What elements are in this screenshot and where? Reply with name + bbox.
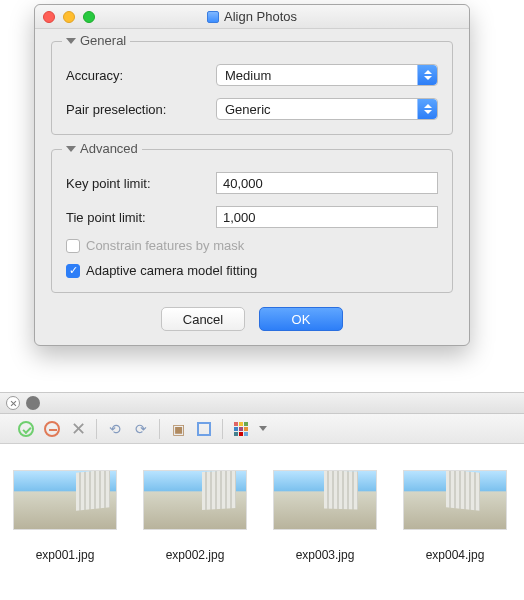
thumbnail-caption: exp002.jpg <box>166 548 225 562</box>
row-pair-preselection: Pair preselection: Generic <box>66 98 438 120</box>
toolbar-group-view: ▣ <box>160 414 222 443</box>
select-stepper-icon <box>417 99 437 119</box>
row-tiepoint: Tie point limit: 1,000 <box>66 206 438 228</box>
bounding-box-icon[interactable] <box>194 419 214 439</box>
tiepoint-label: Tie point limit: <box>66 210 216 225</box>
chevron-down-icon[interactable] <box>259 426 267 431</box>
thumbnail-item[interactable]: exp003.jpg <box>272 470 378 562</box>
check-icon: ✓ <box>69 265 78 276</box>
pair-select[interactable]: Generic <box>216 98 438 120</box>
thumbnail-item[interactable]: exp001.jpg <box>12 470 118 562</box>
rotate-left-icon[interactable]: ⟲ <box>105 419 125 439</box>
thumbnail-item[interactable]: exp004.jpg <box>402 470 508 562</box>
thumbnail-image <box>143 470 247 530</box>
zoom-icon[interactable] <box>83 11 95 23</box>
keypoint-input[interactable]: 40,000 <box>216 172 438 194</box>
panel-close-icon[interactable] <box>6 396 20 410</box>
panel-dot-icon[interactable] <box>26 396 40 410</box>
thumbnail-image <box>403 470 507 530</box>
thumbnail-caption: exp003.jpg <box>296 548 355 562</box>
dialog-titlebar: Align Photos <box>35 5 469 29</box>
pair-label: Pair preselection: <box>66 102 216 117</box>
camera-icon[interactable]: ▣ <box>168 419 188 439</box>
thumbnail-caption: exp004.jpg <box>426 548 485 562</box>
dialog-title: Align Photos <box>35 9 469 24</box>
accept-icon[interactable] <box>16 419 36 439</box>
row-adaptive-fitting: ✓ Adaptive camera model fitting <box>66 263 438 278</box>
dialog-title-text: Align Photos <box>224 9 297 24</box>
rotate-right-icon[interactable]: ⟳ <box>131 419 151 439</box>
close-icon[interactable] <box>43 11 55 23</box>
toolbar-group-rotate: ⟲ ⟳ <box>97 414 159 443</box>
row-keypoint: Key point limit: 40,000 <box>66 172 438 194</box>
dialog-buttons: Cancel OK <box>51 307 453 331</box>
keypoint-value: 40,000 <box>223 176 263 191</box>
dialog-body: General Accuracy: Medium Pair preselecti… <box>35 29 469 345</box>
accuracy-label: Accuracy: <box>66 68 216 83</box>
cancel-button[interactable]: Cancel <box>161 307 245 331</box>
thumbnail-image <box>273 470 377 530</box>
toolbar-group-layout <box>223 414 275 443</box>
group-general: General Accuracy: Medium Pair preselecti… <box>51 41 453 135</box>
thumbnail-item[interactable]: exp002.jpg <box>142 470 248 562</box>
keypoint-label: Key point limit: <box>66 176 216 191</box>
toolbar-group-actions: ✕ <box>8 414 96 443</box>
align-photos-dialog: Align Photos General Accuracy: Medium Pa… <box>34 4 470 346</box>
row-constrain-mask: Constrain features by mask <box>66 238 438 253</box>
thumbnail-caption: exp001.jpg <box>36 548 95 562</box>
bottom-panel: ✕ ⟲ ⟳ ▣ exp001.jpg exp002.jpg <box>0 392 524 562</box>
group-advanced-legend[interactable]: Advanced <box>62 141 142 156</box>
grid-view-icon[interactable] <box>231 419 251 439</box>
thumbnail-strip: exp001.jpg exp002.jpg exp003.jpg exp004.… <box>0 444 524 562</box>
select-stepper-icon <box>417 65 437 85</box>
adaptive-label: Adaptive camera model fitting <box>86 263 257 278</box>
adaptive-checkbox[interactable]: ✓ <box>66 264 80 278</box>
accuracy-value: Medium <box>225 68 271 83</box>
group-general-legend[interactable]: General <box>62 33 130 48</box>
remove-icon[interactable] <box>42 419 62 439</box>
ok-button-label: OK <box>292 312 311 327</box>
thumbnail-image <box>13 470 117 530</box>
group-general-label: General <box>80 33 126 48</box>
row-accuracy: Accuracy: Medium <box>66 64 438 86</box>
group-advanced: Advanced Key point limit: 40,000 Tie poi… <box>51 149 453 293</box>
accuracy-select[interactable]: Medium <box>216 64 438 86</box>
constrain-label: Constrain features by mask <box>86 238 244 253</box>
window-controls <box>43 11 95 23</box>
pair-value: Generic <box>225 102 271 117</box>
ok-button[interactable]: OK <box>259 307 343 331</box>
minimize-icon[interactable] <box>63 11 75 23</box>
delete-icon[interactable]: ✕ <box>68 419 88 439</box>
thumbs-toolbar: ✕ ⟲ ⟳ ▣ <box>0 414 524 444</box>
constrain-checkbox[interactable] <box>66 239 80 253</box>
app-icon <box>207 11 219 23</box>
tiepoint-input[interactable]: 1,000 <box>216 206 438 228</box>
cancel-button-label: Cancel <box>183 312 223 327</box>
chevron-down-icon <box>66 146 76 152</box>
tiepoint-value: 1,000 <box>223 210 256 225</box>
group-advanced-label: Advanced <box>80 141 138 156</box>
panel-header <box>0 392 524 414</box>
chevron-down-icon <box>66 38 76 44</box>
